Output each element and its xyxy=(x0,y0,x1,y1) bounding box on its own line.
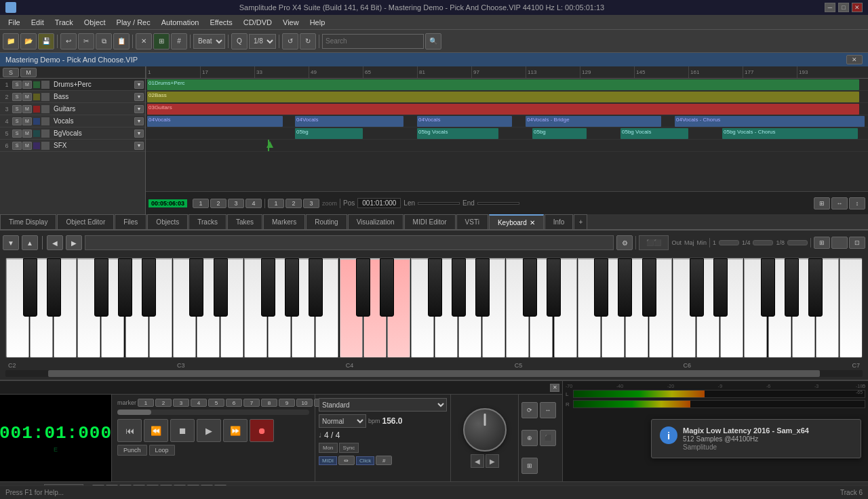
marker-8[interactable]: 8 xyxy=(261,399,277,407)
btn-skip-back[interactable]: ⏮ xyxy=(117,419,142,442)
track-s-2[interactable]: S xyxy=(12,93,22,101)
black-key-4-1[interactable] xyxy=(713,258,728,317)
header-s-btn[interactable]: S xyxy=(3,68,19,77)
zoom-2[interactable]: 2 xyxy=(285,199,302,208)
black-key-2-1[interactable] xyxy=(380,258,394,317)
zoom-3[interactable]: 3 xyxy=(303,199,319,208)
normal-select[interactable]: Normal xyxy=(319,414,366,428)
grid-icon[interactable]: ⊞ xyxy=(521,458,538,474)
menu-track[interactable]: Track xyxy=(50,17,79,28)
menu-object[interactable]: Object xyxy=(79,17,111,28)
black-key-1-3[interactable] xyxy=(285,258,299,317)
marker-5[interactable]: 5 xyxy=(208,399,224,407)
marker-6[interactable]: 6 xyxy=(226,399,242,407)
tb-paste-btn[interactable]: 📋 xyxy=(113,33,130,49)
midi-btn[interactable]: MIDI xyxy=(319,456,337,465)
menu-view[interactable]: View xyxy=(277,17,304,28)
view-btn-1[interactable]: ⊞ xyxy=(814,197,830,209)
tracks-content[interactable]: 01Drums+Perc 02Bass 03Guitars 04Vocals 0… xyxy=(146,79,868,191)
clip-bass-1[interactable]: 02Bass xyxy=(147,92,859,102)
routing-icon[interactable]: ⊕ xyxy=(521,430,538,446)
transport-scroll-track[interactable] xyxy=(117,410,309,415)
clip-vocals-5[interactable]: 04Vocals - Chorus xyxy=(675,116,865,127)
btn-stop[interactable]: ⏹ xyxy=(170,419,195,442)
marker-3[interactable]: 3 xyxy=(173,399,189,407)
search-button[interactable]: 🔍 xyxy=(425,33,441,49)
kb-view-1[interactable]: ⊞ xyxy=(814,237,830,249)
track-s-1[interactable]: S xyxy=(12,81,22,89)
tab-midi-editor[interactable]: MIDI Editor xyxy=(404,214,456,229)
black-key-2-0[interactable] xyxy=(356,258,370,317)
tb-open-btn[interactable]: 📂 xyxy=(20,33,37,49)
tab-objects[interactable]: Objects xyxy=(147,214,188,229)
black-key-2-2[interactable] xyxy=(428,258,442,317)
black-key-3-4[interactable] xyxy=(642,258,656,317)
menu-file[interactable]: File xyxy=(3,17,26,28)
tb-copy-btn[interactable]: ⧉ xyxy=(96,33,112,49)
black-key-4-3[interactable] xyxy=(785,258,799,317)
track-m-1[interactable]: M xyxy=(22,81,32,89)
tb-undo2-btn[interactable]: ↺ xyxy=(282,33,298,49)
close-button[interactable]: ✕ xyxy=(852,3,863,12)
clip-bg-4[interactable]: 05bg Vocals xyxy=(620,128,688,139)
tab-vsti[interactable]: VSTi xyxy=(456,214,488,229)
zoom-1[interactable]: 1 xyxy=(268,199,284,208)
btn-play[interactable]: ▶ xyxy=(197,419,221,442)
maximize-button[interactable]: □ xyxy=(838,3,849,12)
loop-btn[interactable]: Loop xyxy=(149,445,175,456)
menu-automation[interactable]: Automation xyxy=(156,17,205,28)
tb-redo-btn[interactable]: ↻ xyxy=(300,33,316,49)
project-close-btn[interactable]: ✕ xyxy=(846,55,863,64)
black-key-1-1[interactable] xyxy=(214,258,228,317)
clip-bg-1[interactable]: 05bg xyxy=(295,128,363,139)
view-btn-2[interactable]: ↔ xyxy=(831,197,848,209)
track-lane-1[interactable]: 01Drums+Perc xyxy=(146,79,868,91)
black-key-2-3[interactable] xyxy=(452,258,466,317)
marker-9[interactable]: 9 xyxy=(279,399,295,407)
clip-vocals-2[interactable]: 04Vocals xyxy=(295,116,403,127)
tb-undo-btn[interactable]: ↩ xyxy=(60,33,77,49)
black-key-4-2[interactable] xyxy=(761,258,775,317)
tab-files[interactable]: Files xyxy=(115,214,146,229)
black-key-2-4[interactable] xyxy=(475,258,490,317)
track-lane-3[interactable]: 03Guitars xyxy=(146,103,868,115)
piano-scrollbar[interactable] xyxy=(5,370,863,377)
tb-cursor-btn[interactable]: ✕ xyxy=(136,33,152,49)
click-icon[interactable]: ⬛ xyxy=(540,430,556,446)
minimize-button[interactable]: ─ xyxy=(825,3,835,12)
track-expand-3[interactable]: ▼ xyxy=(134,105,144,113)
track-m-5[interactable]: M xyxy=(22,129,32,138)
menu-cd-dvd[interactable]: CD/DVD xyxy=(238,17,277,28)
kb-view-3[interactable]: ⊡ xyxy=(849,237,865,249)
menu-play-rec[interactable]: Play / Rec xyxy=(111,17,156,28)
standard-select[interactable]: Standard xyxy=(319,398,447,412)
menu-help[interactable]: Help xyxy=(304,17,331,28)
marker-10[interactable]: 10 xyxy=(296,399,313,407)
clip-vocals-4[interactable]: 04Vocals - Bridge xyxy=(526,116,661,127)
piano-keyboard[interactable] xyxy=(5,258,863,358)
tab-tracks[interactable]: Tracks xyxy=(189,214,226,229)
clip-vocals-3[interactable]: 04Vocals xyxy=(417,116,512,127)
track-m-6[interactable]: M xyxy=(22,142,32,150)
marker-7[interactable]: 7 xyxy=(243,399,260,407)
clip-bg-5[interactable]: 05bg Vocals - Chorus xyxy=(722,128,858,139)
pg-1[interactable]: 1 xyxy=(193,199,209,208)
tb-save-btn[interactable]: 💾 xyxy=(38,33,54,49)
track-expand-6[interactable]: ▼ xyxy=(134,142,144,150)
track-lane-6[interactable] xyxy=(146,140,868,152)
white-key-35[interactable] xyxy=(840,258,863,358)
kb-settings[interactable]: ⚙ xyxy=(616,235,633,250)
punch-btn[interactable]: Punch xyxy=(117,445,147,456)
kb-left[interactable]: ◀ xyxy=(47,235,63,250)
track-expand-2[interactable]: ▼ xyxy=(134,93,144,101)
click-btn[interactable]: Click xyxy=(356,456,374,465)
menu-edit[interactable]: Edit xyxy=(26,17,50,28)
kb-nav-up[interactable]: ▲ xyxy=(22,235,38,250)
black-key-3-3[interactable] xyxy=(618,258,632,317)
pg-4[interactable]: 4 xyxy=(245,199,262,208)
track-s-3[interactable]: S xyxy=(12,105,22,113)
header-m-btn[interactable]: M xyxy=(20,68,37,77)
search-input[interactable] xyxy=(322,34,424,49)
transport-close-btn[interactable]: ✕ xyxy=(550,384,559,392)
track-s-5[interactable]: S xyxy=(12,129,22,138)
